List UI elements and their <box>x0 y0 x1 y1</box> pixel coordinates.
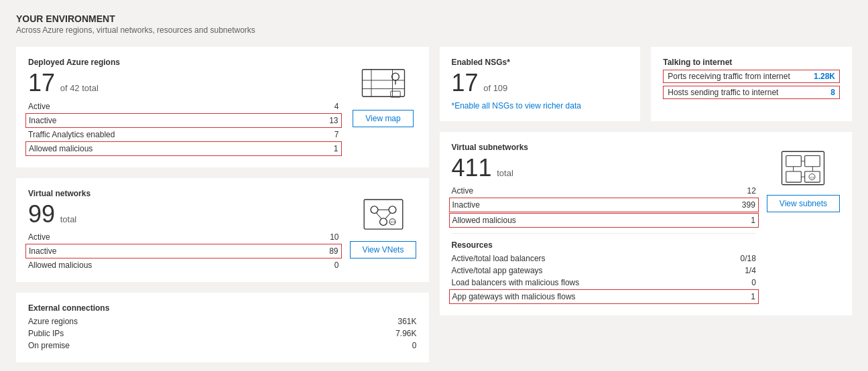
page-subtitle: Across Azure regions, virtual networks, … <box>16 25 852 35</box>
right-panel: Enabled NSGs* 17 of 109 *Enable all NSGs… <box>440 47 853 362</box>
enabled-nsgs-title: Enabled NSGs* <box>452 58 629 67</box>
virtual-networks-icon-area: <> View VNets <box>350 189 417 258</box>
hosts-row-highlighted: Hosts sending traffic to internet 8 <box>663 86 840 99</box>
top-right-row: Enabled NSGs* 17 of 109 *Enable all NSGs… <box>440 47 853 121</box>
enabled-nsgs-number: 17 <box>452 69 479 96</box>
view-subnets-button[interactable]: View subnets <box>767 195 840 212</box>
svg-point-1 <box>391 73 399 80</box>
vnet-stat-inactive-highlighted: Inactive 89 <box>25 244 342 258</box>
vnet-icon: <> <box>359 194 408 234</box>
deployed-regions-suffix: of 42 total <box>60 83 99 93</box>
deployed-regions-content: Deployed Azure regions 17 of 42 total Ac… <box>28 58 339 157</box>
talking-internet-title: Talking to internet <box>663 58 840 67</box>
ext-on-premise: On premise 0 <box>28 340 417 352</box>
subnet-stat-inactive-highlighted: Inactive 399 <box>449 198 759 212</box>
subnet-icon: <> <box>779 148 827 188</box>
ext-public-ips: Public IPs 7.96K <box>28 327 417 340</box>
enabled-nsgs-card: Enabled NSGs* 17 of 109 *Enable all NSGs… <box>440 47 641 121</box>
map-icon <box>359 63 408 103</box>
stat-row-active: Active 4 <box>28 100 339 113</box>
virtual-networks-number: 99 <box>28 200 55 228</box>
virtual-networks-card: Virtual networks 99 total Active 10 Inac… <box>16 178 429 283</box>
svg-point-7 <box>379 218 387 225</box>
enabled-nsgs-suffix: of 109 <box>483 83 507 93</box>
virtual-subnetworks-card: Virtual subnetworks 411 total Active 12 … <box>440 132 853 316</box>
svg-rect-14 <box>786 155 802 166</box>
ext-azure-regions: Azure regions 361K <box>28 315 417 327</box>
ports-row-highlighted: Ports receiving traffic from internet 1.… <box>663 70 840 83</box>
virtual-subnetworks-icon-area: <> View subnets <box>767 143 840 212</box>
external-connections-card: External connections Azure regions 361K … <box>16 293 429 362</box>
deployed-regions-number: 17 <box>28 69 55 96</box>
svg-text:<>: <> <box>810 175 814 179</box>
resource-load-balancers: Active/total load balancers 0/18 <box>452 252 756 265</box>
svg-point-6 <box>389 206 396 213</box>
page-container: YOUR ENVIRONMENT Across Azure regions, v… <box>0 0 868 371</box>
resource-app-gateways: Active/total app gateways 1/4 <box>452 265 756 277</box>
subnet-stat-active: Active 12 <box>452 185 756 197</box>
talking-internet-card: Talking to internet Ports receiving traf… <box>651 47 852 121</box>
virtual-subnetworks-suffix: total <box>497 168 513 178</box>
subnet-stat-allowed-malicious-highlighted: Allowed malicious 1 <box>449 213 759 228</box>
virtual-networks-title: Virtual networks <box>28 189 339 198</box>
virtual-subnetworks-title: Virtual subnetworks <box>452 143 756 152</box>
svg-point-5 <box>371 206 378 213</box>
svg-rect-0 <box>362 70 404 97</box>
svg-rect-16 <box>786 171 802 182</box>
external-connections-title: External connections <box>28 303 417 313</box>
vnet-stat-allowed-malicious: Allowed malicious 0 <box>28 259 339 271</box>
svg-rect-4 <box>364 200 403 229</box>
deployed-regions-card: Deployed Azure regions 17 of 42 total Ac… <box>16 47 429 167</box>
resources-divider <box>452 233 756 234</box>
view-map-button[interactable]: View map <box>353 110 413 127</box>
svg-rect-15 <box>805 155 820 166</box>
page-title: YOUR ENVIRONMENT <box>16 13 852 24</box>
svg-line-10 <box>385 212 390 218</box>
svg-rect-13 <box>782 151 824 185</box>
resource-lb-malicious: Load balancers with malicious flows 0 <box>452 277 756 289</box>
resource-app-gw-malicious-highlighted: App gateways with malicious flows 1 <box>449 289 759 304</box>
enable-nsgs-link[interactable]: *Enable all NSGs to view richer data <box>452 101 581 110</box>
resources-title: Resources <box>452 240 756 250</box>
resources-section: Resources Active/total load balancers 0/… <box>452 240 756 304</box>
view-vnets-button[interactable]: View VNets <box>350 241 417 258</box>
virtual-networks-content: Virtual networks 99 total Active 10 Inac… <box>28 189 339 272</box>
svg-text:<>: <> <box>390 220 395 224</box>
vnet-stat-active: Active 10 <box>28 231 339 243</box>
virtual-networks-suffix: total <box>60 214 77 224</box>
stat-row-allowed-malicious-highlighted: Allowed malicious 1 <box>25 141 342 156</box>
virtual-subnetworks-content: Virtual subnetworks 411 total Active 12 … <box>452 143 756 305</box>
svg-line-9 <box>376 212 381 218</box>
deployed-regions-title: Deployed Azure regions <box>28 58 339 67</box>
virtual-subnetworks-number: 411 <box>452 154 492 181</box>
stat-row-traffic-analytics: Traffic Analytics enabled 7 <box>28 129 339 141</box>
nsg-link-row: *Enable all NSGs to view richer data <box>452 100 629 110</box>
deployed-regions-icon-area: View map <box>350 58 417 127</box>
left-panel: Deployed Azure regions 17 of 42 total Ac… <box>16 47 429 362</box>
stat-row-inactive-highlighted: Inactive 13 <box>25 113 342 128</box>
